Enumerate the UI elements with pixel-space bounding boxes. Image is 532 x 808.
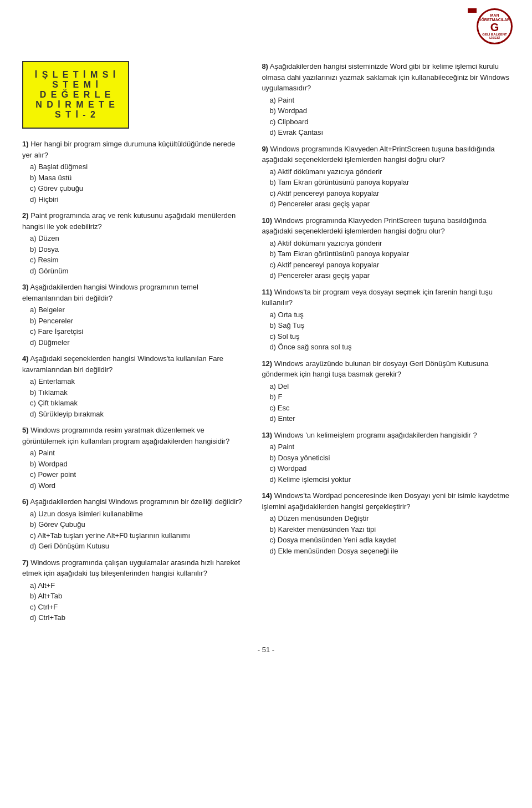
question-6: 6) Aşağıdakilerden hangisi Windows progr… bbox=[22, 496, 245, 552]
page-number: - 51 - bbox=[258, 646, 274, 654]
title-line2: D E Ğ E R L E N D İ R M E T E S T İ - 2 bbox=[34, 90, 117, 120]
title-line1: İ Ş L E T İ M S İ S T E M İ bbox=[34, 70, 117, 90]
logo-top-text: MANÖĞRETMACILARI bbox=[478, 13, 511, 22]
school-bar bbox=[468, 8, 477, 13]
question-4: 4) Aşağıdaki seçeneklerden hangisi Windo… bbox=[22, 353, 245, 419]
question-3: 3) Aşağıdakilerden hangisi Windows progr… bbox=[22, 282, 245, 348]
question-12: 12) Windows arayüzünde bulunan bir dosya… bbox=[262, 358, 510, 424]
logo-bottom-text: GELİ BALKENT LİSESİ bbox=[478, 33, 511, 39]
question-5: 5) Windows programında resim yaratmak dü… bbox=[22, 425, 245, 491]
question-14: 14) Windows'ta Wordpad penceresinde iken… bbox=[262, 490, 510, 556]
question-8: 8) Aşağıdakilerden hangisi sisteminizde … bbox=[262, 61, 510, 138]
question-10: 10) Windows programında Klavyeden PrintS… bbox=[262, 215, 510, 281]
logo-circle: MANÖĞRETMACILARI G GELİ BALKENT LİSESİ bbox=[477, 8, 513, 44]
main-layout: İ Ş L E T İ M S İ S T E M İ D E Ğ E R L … bbox=[22, 17, 510, 629]
question-1: 1) Her hangi bir program simge durumuna … bbox=[22, 139, 245, 205]
question-2: 2) Paint programında araç ve renk kutusu… bbox=[22, 210, 245, 276]
logo-letter: G bbox=[490, 22, 499, 33]
logo-inner: MANÖĞRETMACILARI G GELİ BALKENT LİSESİ bbox=[478, 13, 511, 39]
page: MANÖĞRETMACILARI G GELİ BALKENT LİSESİ İ… bbox=[0, 0, 532, 808]
question-11: 11) Windows'ta bir program veya dosyayı … bbox=[262, 287, 510, 353]
question-9: 9) Windows programında Klavyeden Alt+Pri… bbox=[262, 144, 510, 210]
right-column: 8) Aşağıdakilerden hangisi sisteminizde … bbox=[256, 61, 510, 629]
question-13: 13) Windows 'un kelimeişlem programı aşa… bbox=[262, 430, 510, 485]
question-7: 7) Windows programında çalışan uygulamal… bbox=[22, 557, 245, 623]
page-footer: - 51 - bbox=[22, 646, 510, 654]
title-box: İ Ş L E T İ M S İ S T E M İ D E Ğ E R L … bbox=[22, 61, 129, 129]
logo: MANÖĞRETMACILARI G GELİ BALKENT LİSESİ bbox=[477, 8, 515, 47]
left-column: İ Ş L E T İ M S İ S T E M İ D E Ğ E R L … bbox=[22, 17, 256, 629]
